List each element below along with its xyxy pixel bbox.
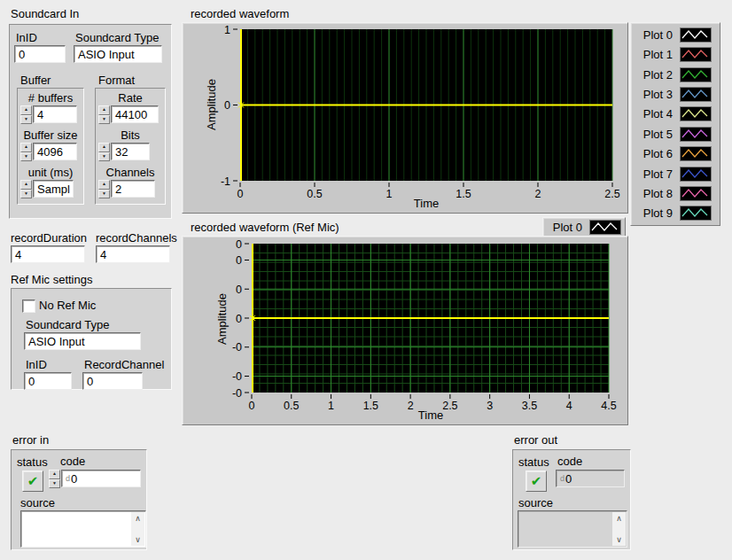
graph1-container: 10-100.511.522.5 Amplitude Time xyxy=(182,22,628,214)
plot-style-icon[interactable] xyxy=(589,220,621,235)
svg-text:3: 3 xyxy=(487,400,493,412)
error-out-cluster: status ✔ code d 0 source ∧ ∨ xyxy=(512,449,631,550)
increment-icon[interactable]: ▲ xyxy=(98,143,110,152)
ref-mic-cluster: No Ref Mic Soundcard Type ASIO Input InI… xyxy=(11,288,172,390)
rate-field[interactable]: 44100 xyxy=(111,105,159,123)
decrement-icon[interactable]: ▼ xyxy=(20,115,32,125)
svg-text:-1: -1 xyxy=(221,175,230,188)
record-channels-field[interactable]: 4 xyxy=(96,245,170,263)
decrement-icon[interactable]: ▼ xyxy=(20,152,32,162)
decrement-icon[interactable]: ▼ xyxy=(98,190,110,199)
scrollbar[interactable]: ∧ ∨ xyxy=(612,512,626,546)
soundcard-in-title: Soundcard In xyxy=(11,7,79,20)
scroll-up-icon[interactable]: ∧ xyxy=(612,512,626,525)
decrement-icon[interactable]: ▼ xyxy=(20,190,32,199)
bits-stepper[interactable]: ▲ ▼ xyxy=(98,143,110,161)
buffer-size-field[interactable]: 4096 xyxy=(33,143,77,160)
error-in-code-field[interactable]: d 0 xyxy=(61,470,141,487)
increment-icon[interactable]: ▲ xyxy=(98,105,110,115)
svg-text:3.5: 3.5 xyxy=(522,400,537,412)
plot-style-icon[interactable] xyxy=(680,47,712,62)
buffer-size-stepper[interactable]: ▲ ▼ xyxy=(20,143,32,161)
legend-item[interactable]: Plot 9 xyxy=(633,204,718,223)
svg-text:4: 4 xyxy=(566,400,572,412)
bits-field[interactable]: 32 xyxy=(111,143,150,160)
plot-style-icon[interactable] xyxy=(680,106,712,121)
unit-ms-field[interactable]: Sampl xyxy=(33,180,74,198)
graph2-legend[interactable]: Plot 0 xyxy=(542,217,626,237)
graph1-title: recorded waveform xyxy=(191,7,289,20)
error-in-title: error in xyxy=(12,433,49,447)
increment-icon[interactable]: ▲ xyxy=(20,180,32,190)
decrement-icon[interactable]: ▼ xyxy=(98,115,110,125)
svg-text:2: 2 xyxy=(535,188,541,200)
buffer-size-label: Buffer size xyxy=(18,128,83,142)
no-ref-mic-label: No Ref Mic xyxy=(39,299,96,312)
legend-item-label: Plot 7 xyxy=(643,167,673,181)
num-buffers-label: # buffers xyxy=(18,91,83,105)
svg-text:0: 0 xyxy=(236,313,242,325)
increment-icon[interactable]: ▲ xyxy=(98,180,110,190)
inid-field[interactable]: 0 xyxy=(14,45,66,63)
buffer-title: Buffer xyxy=(20,74,51,87)
error-in-status-label: status xyxy=(17,455,48,469)
no-ref-mic-checkbox[interactable] xyxy=(22,299,35,313)
legend-item[interactable]: Plot 2 xyxy=(633,65,718,84)
ref-inid-field[interactable]: 0 xyxy=(24,372,72,390)
svg-text:-0: -0 xyxy=(232,370,242,383)
svg-text:1: 1 xyxy=(328,400,334,412)
increment-icon[interactable]: ▲ xyxy=(20,143,32,152)
increment-icon[interactable]: ▲ xyxy=(20,105,32,115)
unit-ms-stepper[interactable]: ▲ ▼ xyxy=(20,180,32,198)
channels-stepper[interactable]: ▲ ▼ xyxy=(98,180,110,198)
legend-item[interactable]: Plot 3 xyxy=(633,84,718,104)
error-in-code-value: 0 xyxy=(71,472,77,486)
graph2-plot-area[interactable]: 0000-0-0-000.511.522.533.544.5 xyxy=(183,237,626,423)
svg-text:-0: -0 xyxy=(232,387,242,400)
legend-item[interactable]: Plot 0 xyxy=(633,25,718,44)
num-buffers-stepper[interactable]: ▲ ▼ xyxy=(20,105,32,124)
decrement-icon[interactable]: ▼ xyxy=(98,152,110,162)
unit-ms-label: unit (ms) xyxy=(18,166,83,179)
plot-style-icon[interactable] xyxy=(680,146,712,161)
error-out-status-label: status xyxy=(518,455,549,469)
legend-item[interactable]: Plot 8 xyxy=(633,183,718,203)
legend-item-label: Plot 6 xyxy=(643,147,673,160)
num-buffers-field[interactable]: 4 xyxy=(33,105,77,123)
error-in-status-button[interactable]: ✔ xyxy=(22,471,43,492)
legend-item[interactable]: Plot 7 xyxy=(633,164,718,183)
plot-style-icon[interactable] xyxy=(680,186,712,201)
error-in-code-stepper[interactable]: ▲ ▼ xyxy=(49,470,60,488)
legend-item[interactable]: Plot 1 xyxy=(633,44,718,64)
scroll-down-icon[interactable]: ∨ xyxy=(612,533,626,546)
plot-style-icon[interactable] xyxy=(680,206,712,221)
legend-item[interactable]: Plot 6 xyxy=(633,144,718,163)
graph2-x-axis-label: Time xyxy=(404,408,457,422)
plot-style-icon[interactable] xyxy=(680,27,712,43)
plot-style-icon[interactable] xyxy=(680,87,712,102)
plot-style-icon[interactable] xyxy=(680,127,712,142)
record-duration-field[interactable]: 4 xyxy=(11,245,85,263)
graph1-x-axis-label: Time xyxy=(400,197,453,210)
soundcard-type-field[interactable]: ASIO Input xyxy=(74,45,162,63)
plot-style-icon[interactable] xyxy=(680,167,712,182)
ref-mic-title: Ref Mic settings xyxy=(11,273,92,286)
ref-soundcard-type-field[interactable]: ASIO Input xyxy=(24,332,141,350)
svg-text:0: 0 xyxy=(236,284,242,296)
plot-style-icon[interactable] xyxy=(680,67,712,82)
error-out-status-indicator: ✔ xyxy=(526,471,547,492)
svg-text:1: 1 xyxy=(224,24,230,36)
decrement-icon[interactable]: ▼ xyxy=(49,479,60,489)
error-out-title: error out xyxy=(514,433,557,447)
legend-item[interactable]: Plot 5 xyxy=(633,124,718,144)
legend-item[interactable]: Plot 4 xyxy=(633,105,718,124)
record-channel-field[interactable]: 0 xyxy=(82,372,143,390)
scroll-up-icon[interactable]: ∧ xyxy=(131,512,144,525)
scrollbar[interactable]: ∧ ∨ xyxy=(131,512,144,546)
error-in-source-input[interactable]: ∧ ∨ xyxy=(20,510,146,548)
channels-field[interactable]: 2 xyxy=(111,180,155,198)
scroll-down-icon[interactable]: ∨ xyxy=(131,533,144,546)
rate-stepper[interactable]: ▲ ▼ xyxy=(98,105,110,124)
graph1-plot-area[interactable]: 10-100.511.522.5 xyxy=(183,23,626,211)
increment-icon[interactable]: ▲ xyxy=(49,470,60,479)
